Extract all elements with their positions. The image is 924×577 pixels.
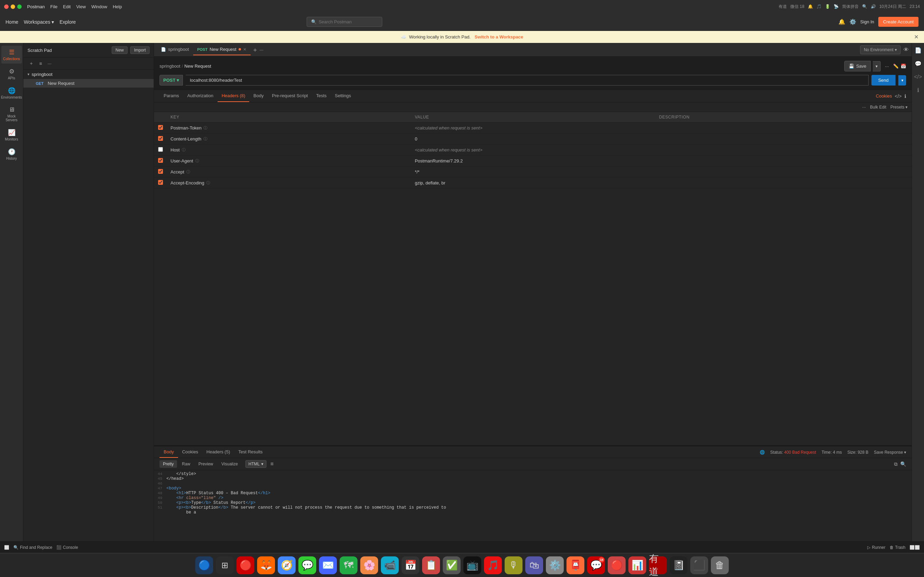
comment-icon[interactable]: 💬 (913, 59, 923, 68)
row-checkbox[interactable] (158, 180, 163, 185)
request-more-button[interactable]: ··· (883, 61, 891, 71)
environment-icon[interactable]: 👁 (903, 47, 909, 53)
url-input[interactable] (186, 75, 868, 85)
dock-facetime[interactable]: 📹 (381, 556, 399, 574)
info-icon[interactable]: ⓘ (195, 158, 199, 163)
sidebar-item-mock-servers[interactable]: 🖥 Mock Servers (2, 103, 22, 125)
method-selector[interactable]: POST ▾ (160, 75, 183, 85)
info-icon[interactable]: ⓘ (204, 136, 207, 142)
format-pretty[interactable]: Pretty (160, 460, 177, 468)
collection-springboot[interactable]: ▾ springboot (23, 70, 153, 79)
more-icon[interactable]: ··· (862, 105, 866, 110)
response-tab-test-results[interactable]: Test Results (234, 446, 267, 458)
bell-icon[interactable]: 🔔 (838, 19, 845, 25)
tab-headers[interactable]: Headers (8) (218, 90, 250, 102)
nav-workspaces[interactable]: Workspaces ▾ (24, 19, 54, 25)
info-icon[interactable]: ⓘ (182, 147, 186, 153)
search-bar[interactable]: 🔍 Search Postman (307, 17, 382, 27)
info-icon[interactable]: ⓘ (206, 180, 210, 185)
nav-home[interactable]: Home (5, 19, 18, 25)
console-button[interactable]: ⬛ Console (57, 545, 78, 550)
presets-button[interactable]: Presets ▾ (890, 105, 908, 110)
send-dropdown-button[interactable]: ▾ (898, 75, 906, 85)
sidebar-item-history[interactable]: 🕐 History (2, 145, 22, 163)
dock-calendar[interactable]: 📅 (402, 556, 419, 574)
save-response-button[interactable]: Save Response ▾ (874, 450, 906, 455)
dock-youdao[interactable]: 有道 (649, 556, 667, 574)
row-checkbox[interactable] (158, 169, 163, 174)
switch-workspace-link[interactable]: Switch to a Workspace (475, 34, 523, 40)
dock-music[interactable]: 🎵 (484, 556, 502, 574)
dock-podcasts[interactable]: 🎙 (505, 556, 522, 574)
row-checkbox[interactable] (158, 158, 163, 163)
request-item-new-request[interactable]: GET New Request (23, 79, 153, 88)
dock-mail[interactable]: ✉️ (319, 556, 337, 574)
response-tab-headers[interactable]: Headers (5) (202, 446, 234, 458)
dock-appstore[interactable]: 🛍 (525, 556, 543, 574)
language-selector[interactable]: HTML ▾ (246, 460, 267, 468)
menu-file[interactable]: File (50, 4, 57, 9)
info-icon[interactable]: ℹ (905, 93, 906, 99)
format-preview[interactable]: Preview (195, 460, 216, 468)
menu-view[interactable]: View (76, 4, 86, 9)
dock-keynote[interactable]: 📊 (628, 556, 646, 574)
code-icon[interactable]: </> (913, 73, 923, 81)
dock-firefox[interactable]: 🦊 (257, 556, 275, 574)
tab-springboot[interactable]: 📄 springboot (157, 44, 193, 55)
new-tab-button[interactable]: ＋ (252, 46, 258, 54)
row-checkbox[interactable] (158, 125, 163, 130)
dock-safari[interactable]: 🧭 (278, 556, 296, 574)
response-tab-body[interactable]: Body (160, 446, 178, 458)
tab-body[interactable]: Body (249, 90, 268, 102)
layout-toggle-button[interactable]: ⬜⬜ (909, 545, 920, 550)
sidebar-item-monitors[interactable]: 📈 Monitors (2, 126, 22, 144)
dock-settings[interactable]: ⚙️ (546, 556, 564, 574)
filter-button[interactable]: ≡ (38, 60, 43, 67)
find-replace-button[interactable]: 🔍 Find and Replace (13, 545, 52, 550)
sidebar-item-collections[interactable]: ☰ Collections (2, 46, 22, 63)
send-button[interactable]: Send (871, 75, 895, 85)
minimize-button[interactable] (11, 5, 15, 9)
search-response-button[interactable]: 🔍 (900, 461, 906, 467)
settings-icon[interactable]: ⚙️ (850, 19, 856, 25)
create-account-button[interactable]: Create Account (878, 17, 919, 27)
new-button[interactable]: New (112, 47, 128, 54)
format-raw[interactable]: Raw (178, 460, 194, 468)
row-checkbox[interactable] (158, 136, 163, 141)
dock-wechat[interactable]: 💬 18 (587, 556, 605, 574)
document-icon[interactable]: 📄 (913, 46, 923, 55)
save-dropdown-button[interactable]: ▾ (873, 61, 881, 71)
dock-idea[interactable]: 🔴 (608, 556, 626, 574)
import-button[interactable]: Import (130, 47, 150, 54)
fullscreen-button[interactable] (17, 5, 22, 9)
format-visualize[interactable]: Visualize (218, 460, 241, 468)
trash-button[interactable]: 🗑 Trash (890, 545, 905, 550)
copy-button[interactable]: ⧉ (894, 461, 898, 467)
cookies-link[interactable]: Cookies (876, 93, 892, 98)
tab-pre-request-script[interactable]: Pre-request Script (268, 90, 312, 102)
bulk-edit-button[interactable]: Bulk Edit (870, 105, 886, 110)
dock-blank[interactable]: 📓 (670, 556, 688, 574)
dock-reminders[interactable]: ✅ (443, 556, 460, 574)
breadcrumb-parent[interactable]: springboot (160, 63, 181, 69)
dock-notes[interactable]: 📋 (422, 556, 440, 574)
edit-icon[interactable]: ✏️ (893, 63, 898, 69)
dock-chrome[interactable]: 🔴 (236, 556, 254, 574)
add-collection-button[interactable]: ＋ (27, 60, 35, 67)
sign-in-button[interactable]: Sign In (860, 19, 874, 24)
dock-appletv[interactable]: 📺 (464, 556, 481, 574)
toggle-sidebar-button[interactable]: ⬜ (4, 545, 9, 550)
calendar-icon[interactable]: 📅 (901, 63, 906, 69)
dock-maps[interactable]: 🗺 (339, 556, 357, 574)
dock-launchpad[interactable]: ⊞ (216, 556, 234, 574)
row-checkbox[interactable] (158, 147, 163, 152)
tab-tests[interactable]: Tests (312, 90, 331, 102)
dock-messages[interactable]: 💬 (298, 556, 316, 574)
menu-help[interactable]: Help (113, 4, 122, 9)
info-icon[interactable]: ⓘ (204, 125, 207, 131)
dock-photos[interactable]: 🌸 (360, 556, 378, 574)
tab-new-request[interactable]: POST New Request ✕ (193, 44, 250, 55)
dock-postman[interactable]: 📮 (567, 556, 585, 574)
menu-window[interactable]: Window (91, 4, 107, 9)
more-options-button[interactable]: ··· (46, 60, 53, 67)
